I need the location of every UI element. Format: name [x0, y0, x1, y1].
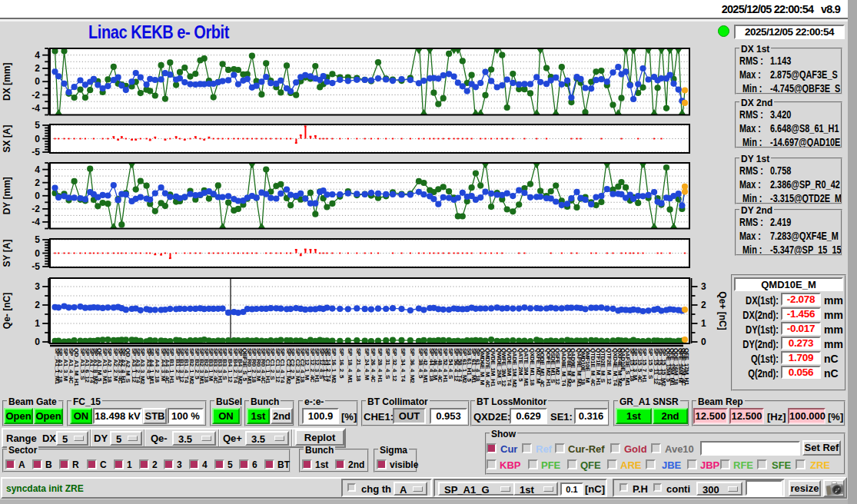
- svg-text:-5: -5: [32, 261, 40, 272]
- svg-text:1: 1: [701, 318, 706, 329]
- svg-text:4: 4: [35, 50, 40, 61]
- svg-text:QD_A1_M_H1: QD_A1_M_H1: [73, 348, 80, 386]
- svg-text:SP_18_4_M1: SP_18_4_M1: [347, 348, 354, 383]
- svg-text:QATE_3M_M1: QATE_3M_M1: [523, 348, 530, 387]
- svg-text:SP_16_1_M2: SP_16_1_M2: [331, 348, 337, 383]
- svg-text:5: 5: [35, 234, 40, 245]
- svg-text:SP_C1_4_T4: SP_C1_4_T4: [279, 348, 286, 383]
- svg-text:2: 2: [35, 300, 40, 310]
- svg-text:SP_26_4_4C: SP_26_4_4C: [370, 348, 377, 383]
- svg-text:SP_31_4_S: SP_31_4_S: [384, 348, 391, 380]
- svg-text:SY [A]: SY [A]: [2, 240, 12, 267]
- svg-text:Qe- [nC]: Qe- [nC]: [2, 293, 12, 329]
- svg-text:DX [mm]: DX [mm]: [2, 63, 12, 101]
- svg-text:QAD9E_M_5: QAD9E_M_5: [570, 348, 576, 383]
- svg-text:1: 1: [35, 318, 40, 329]
- svg-text:DY [mm]: DY [mm]: [2, 177, 12, 214]
- svg-text:-4: -4: [32, 217, 40, 227]
- svg-text:0: 0: [35, 191, 40, 201]
- svg-text:-2: -2: [32, 90, 40, 101]
- svg-text:0: 0: [35, 76, 40, 87]
- svg-text:SP_A2_1_18: SP_A2_1_18: [106, 348, 113, 383]
- svg-text:QTD2E_M_S: QTD2E_M_S: [600, 348, 606, 383]
- svg-text:SX [A]: SX [A]: [2, 124, 12, 152]
- svg-text:QTF2E_M_12: QTF2E_M_12: [606, 348, 613, 385]
- svg-text:SP_15_7_H1: SP_15_7_H1: [641, 348, 648, 383]
- svg-text:SP_B1_1_H1: SP_B1_1_H1: [168, 348, 175, 384]
- svg-text:-5: -5: [32, 147, 40, 158]
- svg-text:SP_42_4_M1: SP_42_4_M1: [422, 348, 429, 383]
- svg-text:SP_24_4_M: SP_24_4_M: [364, 348, 370, 380]
- svg-text:QADE_1M_M2: QADE_1M_M2: [511, 348, 518, 388]
- svg-text:QFE_17M_H1: QFE_17M_H1: [683, 348, 690, 386]
- svg-text:5: 5: [35, 120, 40, 131]
- svg-text:2: 2: [35, 177, 40, 188]
- svg-text:3: 3: [701, 281, 706, 292]
- svg-text:SP_21_4_18: SP_21_4_18: [355, 348, 362, 382]
- svg-text:QVDE_1M_H1: QVDE_1M_H1: [490, 348, 497, 387]
- svg-text:2: 2: [35, 63, 40, 74]
- svg-text:2: 2: [701, 300, 706, 310]
- svg-text:QXDE_M1_18: QXDE_M1_18: [529, 348, 536, 386]
- svg-text:0: 0: [701, 337, 706, 347]
- svg-text:SP_32_4_12: SP_32_4_12: [391, 348, 398, 382]
- svg-text:0: 0: [35, 134, 40, 144]
- svg-text:Qe+ [nC]: Qe+ [nC]: [717, 291, 728, 330]
- svg-text:SP_34_4_T4: SP_34_4_T4: [400, 348, 407, 383]
- svg-text:-4: -4: [32, 103, 40, 114]
- svg-text:4: 4: [35, 164, 40, 175]
- svg-text:0: 0: [35, 337, 40, 347]
- svg-text:0: 0: [35, 248, 40, 259]
- svg-text:SP_A4_2_18: SP_A4_2_18: [154, 348, 161, 383]
- svg-text:SP_16_2_5: SP_16_2_5: [338, 348, 345, 379]
- svg-text:QD_A2_M_S: QD_A2_M_S: [125, 348, 131, 383]
- svg-text:SP_28_4_H1: SP_28_4_H1: [377, 348, 384, 383]
- svg-text:SP_A3_3_M2: SP_A3_3_M2: [139, 348, 146, 385]
- svg-text:QODE_M1_4C: QODE_M1_4C: [539, 348, 546, 387]
- svg-text:3: 3: [35, 281, 40, 292]
- svg-text:-2: -2: [32, 204, 40, 214]
- svg-text:SP_36_4_M2: SP_36_4_M2: [409, 348, 416, 383]
- svg-text:QSFE_M2_12: QSFE_M2_12: [554, 348, 561, 386]
